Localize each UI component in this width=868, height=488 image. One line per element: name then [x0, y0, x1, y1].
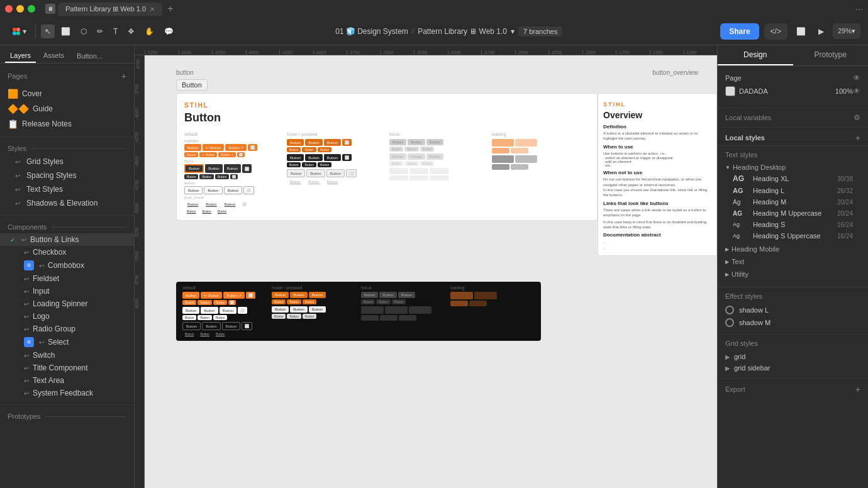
- ts-heading-m[interactable]: Ag Heading M 20/24: [725, 196, 860, 208]
- utility-group-header[interactable]: ▶ Utility: [725, 269, 860, 279]
- btn-d-sm-4[interactable]: ⬜: [230, 174, 238, 179]
- btn-w-1[interactable]: Button: [184, 186, 203, 194]
- page-visibility-button[interactable]: 👁: [853, 74, 860, 82]
- shape-tool-button[interactable]: ⬡: [77, 25, 91, 38]
- btn-link-2[interactable]: Button: [203, 201, 220, 208]
- new-tab-button[interactable]: +: [165, 3, 175, 14]
- btn-o-sm-3[interactable]: Button ↗: [218, 152, 236, 157]
- component-textarea[interactable]: ↩ Text Area: [0, 374, 134, 387]
- divider: [35, 24, 36, 39]
- share-button[interactable]: Share: [720, 23, 759, 40]
- btn-d-4[interactable]: ⬜: [242, 164, 252, 173]
- component-loading-spinner[interactable]: ↩ Loading Spinner: [0, 297, 134, 310]
- page-color-swatch[interactable]: [725, 86, 735, 96]
- add-page-button[interactable]: +: [121, 71, 126, 81]
- ts-heading-xl[interactable]: AG Heading XL 30/38: [725, 172, 860, 185]
- page-item-guide[interactable]: 🔶🔶 Guide: [0, 101, 134, 116]
- btn-link-sm-3[interactable]: Button: [215, 209, 229, 214]
- local-variables-settings-button[interactable]: ⚙: [854, 113, 860, 122]
- component-title[interactable]: ↩ Title Component: [0, 362, 134, 374]
- btn-o-4[interactable]: ⬜: [248, 144, 257, 151]
- component-input[interactable]: ↩ Input: [0, 285, 134, 297]
- btn-o-sm-1[interactable]: Button: [184, 152, 198, 157]
- hand-tool-button[interactable]: ✋: [141, 25, 158, 38]
- component-system-feedback[interactable]: ↩ System Feedback: [0, 387, 134, 399]
- text-group-header[interactable]: ▶ Text: [725, 257, 860, 267]
- heading-mobile-header[interactable]: ▶ Heading Mobile: [725, 244, 860, 254]
- grid-item-grid[interactable]: ▶ grid: [725, 351, 860, 362]
- button-context-tab[interactable]: Button...: [72, 49, 108, 63]
- btn-w-2[interactable]: Button: [204, 186, 222, 194]
- btn-w-3[interactable]: Button: [224, 186, 242, 194]
- figma-menu-button[interactable]: ▾: [8, 24, 30, 39]
- ts-heading-s[interactable]: Ag Heading S 16/24: [725, 219, 860, 230]
- add-export-button[interactable]: +: [855, 384, 860, 394]
- component-checkbox[interactable]: ↩ Checkbox: [0, 246, 134, 258]
- btn-d-sm-2[interactable]: Button: [199, 174, 213, 179]
- dark-button-frame[interactable]: default Button ↩ Button Button ↗ ⬜ Butto…: [176, 282, 541, 341]
- heading-desktop-header[interactable]: ▼ Heading Desktop: [725, 162, 860, 172]
- btn-d-2[interactable]: Button: [205, 164, 222, 173]
- present-button[interactable]: ⬜: [793, 25, 810, 38]
- btn-o-sm-4[interactable]: ⬜: [237, 152, 245, 157]
- btn-link-3[interactable]: Button: [221, 201, 238, 208]
- layers-tab[interactable]: Layers: [5, 49, 36, 63]
- btn-d-sm-1[interactable]: Button: [184, 174, 198, 179]
- btn-row-5: Button Button Button ⬜: [184, 186, 282, 194]
- ts-heading-l[interactable]: AG Heading L 26/32: [725, 185, 860, 196]
- pen-tool-button[interactable]: ✏: [93, 25, 107, 38]
- effect-shadow-l[interactable]: shadow L: [725, 304, 860, 316]
- btn-link-1[interactable]: Button: [184, 201, 201, 208]
- component-tool-button[interactable]: ❖: [124, 25, 138, 38]
- select-tool-button[interactable]: ↖: [41, 25, 55, 38]
- minimize-button[interactable]: [16, 5, 24, 13]
- main-button-frame[interactable]: STIHL Button default highlight Button ↩ …: [176, 93, 598, 221]
- btn-d-1[interactable]: Button: [184, 164, 204, 173]
- close-button[interactable]: [5, 5, 13, 13]
- component-fieldset[interactable]: ↩ Fieldset: [0, 272, 134, 285]
- style-item-grid[interactable]: ↩ Grid Styles: [0, 155, 134, 169]
- style-item-spacing[interactable]: ↩ Spacing Styles: [0, 169, 134, 182]
- btn-w-4[interactable]: ⬜: [243, 186, 254, 194]
- btn-d-sm-3[interactable]: Button: [215, 174, 229, 179]
- ts-heading-s-uppercase[interactable]: Ag Heading S Uppercase 16/24: [725, 230, 860, 241]
- page-item-cover[interactable]: 🟧 Cover: [0, 86, 134, 101]
- ts-heading-m-uppercase[interactable]: AG Heading M Uppercase 20/24: [725, 208, 860, 219]
- comment-tool-button[interactable]: 💬: [160, 25, 177, 38]
- component-logo[interactable]: ↩ Logo: [0, 310, 134, 323]
- style-item-shadows[interactable]: ↩ Shadows & Elevation: [0, 196, 134, 210]
- style-item-text[interactable]: ↩ Text Styles: [0, 182, 134, 196]
- canvas-area[interactable]: -5250 -5000 -4750 -4500 -4250 -4000 -375…: [135, 45, 717, 488]
- component-combobox[interactable]: ⊞ ↩ Combobox: [0, 258, 134, 272]
- component-button-links[interactable]: ✓ ↩ Button & Links: [0, 233, 134, 246]
- design-tab[interactable]: Design: [718, 45, 793, 65]
- active-tab[interactable]: Pattern Library ⊞ Web 1.0 ✕: [58, 3, 162, 16]
- btn-link-4[interactable]: ⬜: [240, 201, 249, 208]
- add-style-button[interactable]: +: [855, 133, 860, 143]
- prototype-tab[interactable]: Prototype: [793, 45, 869, 65]
- canvas-viewport[interactable]: button button_overview Button STIHL Butt…: [145, 55, 717, 488]
- component-radio-group[interactable]: ↩ Radio Group: [0, 323, 134, 335]
- text-tool-button[interactable]: T: [109, 25, 121, 38]
- page-color-visibility[interactable]: 👁: [853, 87, 860, 96]
- zoom-button[interactable]: 29%▾: [833, 23, 860, 39]
- btn-o-sm-2[interactable]: ↩ Button: [199, 152, 217, 157]
- btn-d-3[interactable]: Button: [224, 164, 241, 173]
- component-switch[interactable]: ↩ Switch: [0, 349, 134, 362]
- grid-item-sidebar[interactable]: ▶ grid sidebar: [725, 362, 860, 374]
- tab-close-button[interactable]: ✕: [150, 6, 155, 13]
- btn-o-3[interactable]: Button ↗: [225, 144, 247, 151]
- code-button[interactable]: </>: [764, 23, 787, 40]
- assets-tab[interactable]: Assets: [38, 49, 69, 63]
- page-item-release-notes[interactable]: 📋 Release Notes: [0, 116, 134, 131]
- btn-link-sm-2[interactable]: Button: [199, 209, 213, 214]
- frame-tool-button[interactable]: ⬜: [57, 25, 74, 38]
- btn-o-1[interactable]: Button: [184, 144, 201, 151]
- maximize-button[interactable]: [28, 5, 35, 13]
- play-button[interactable]: ▶: [815, 25, 828, 38]
- btn-link-sm-1[interactable]: Button: [184, 209, 198, 214]
- branches-badge[interactable]: 7 branches: [518, 26, 562, 36]
- btn-o-2[interactable]: ↩ Button: [203, 144, 224, 151]
- component-select[interactable]: ⊞ ↩ Select: [0, 335, 134, 349]
- effect-shadow-m[interactable]: shadow M: [725, 316, 860, 329]
